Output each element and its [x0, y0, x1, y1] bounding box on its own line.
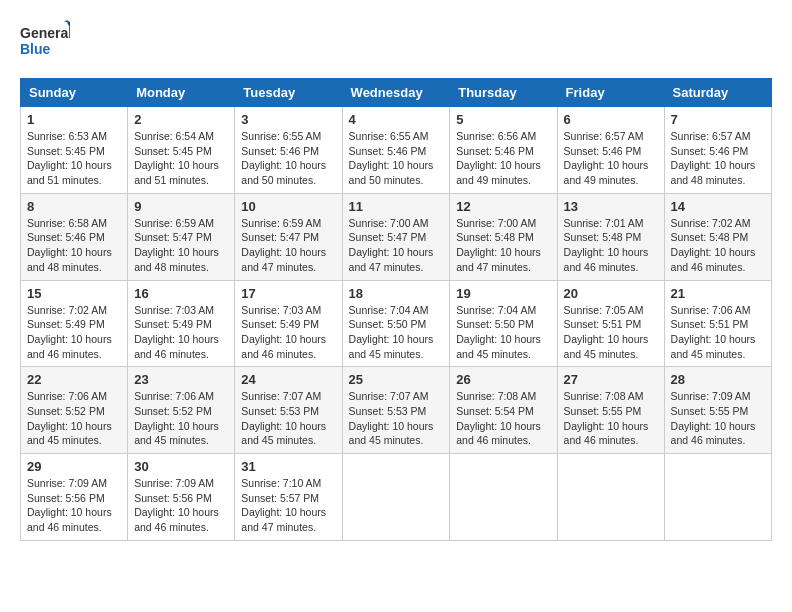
logo: General Blue [20, 20, 70, 62]
day-info: Sunrise: 6:57 AMSunset: 5:46 PMDaylight:… [564, 129, 658, 188]
calendar-day-cell: 28Sunrise: 7:09 AMSunset: 5:55 PMDayligh… [664, 367, 771, 454]
calendar-week-row: 1Sunrise: 6:53 AMSunset: 5:45 PMDaylight… [21, 107, 772, 194]
calendar-day-header: Thursday [450, 79, 557, 107]
day-info: Sunrise: 7:10 AMSunset: 5:57 PMDaylight:… [241, 476, 335, 535]
day-info: Sunrise: 7:08 AMSunset: 5:55 PMDaylight:… [564, 389, 658, 448]
day-info: Sunrise: 6:56 AMSunset: 5:46 PMDaylight:… [456, 129, 550, 188]
calendar-day-cell: 9Sunrise: 6:59 AMSunset: 5:47 PMDaylight… [128, 193, 235, 280]
day-info: Sunrise: 6:54 AMSunset: 5:45 PMDaylight:… [134, 129, 228, 188]
day-number: 6 [564, 112, 658, 127]
day-info: Sunrise: 7:03 AMSunset: 5:49 PMDaylight:… [134, 303, 228, 362]
day-number: 5 [456, 112, 550, 127]
day-number: 27 [564, 372, 658, 387]
day-info: Sunrise: 7:04 AMSunset: 5:50 PMDaylight:… [456, 303, 550, 362]
day-number: 4 [349, 112, 444, 127]
calendar-day-cell: 15Sunrise: 7:02 AMSunset: 5:49 PMDayligh… [21, 280, 128, 367]
calendar-day-cell: 2Sunrise: 6:54 AMSunset: 5:45 PMDaylight… [128, 107, 235, 194]
calendar-day-cell: 23Sunrise: 7:06 AMSunset: 5:52 PMDayligh… [128, 367, 235, 454]
day-number: 7 [671, 112, 765, 127]
calendar-day-cell: 19Sunrise: 7:04 AMSunset: 5:50 PMDayligh… [450, 280, 557, 367]
day-number: 3 [241, 112, 335, 127]
calendar-day-cell [557, 454, 664, 541]
day-info: Sunrise: 7:09 AMSunset: 5:56 PMDaylight:… [27, 476, 121, 535]
day-info: Sunrise: 7:02 AMSunset: 5:48 PMDaylight:… [671, 216, 765, 275]
day-number: 14 [671, 199, 765, 214]
day-number: 25 [349, 372, 444, 387]
day-number: 2 [134, 112, 228, 127]
calendar-day-cell: 14Sunrise: 7:02 AMSunset: 5:48 PMDayligh… [664, 193, 771, 280]
day-number: 12 [456, 199, 550, 214]
calendar-day-header: Monday [128, 79, 235, 107]
calendar-day-cell: 21Sunrise: 7:06 AMSunset: 5:51 PMDayligh… [664, 280, 771, 367]
day-info: Sunrise: 7:00 AMSunset: 5:47 PMDaylight:… [349, 216, 444, 275]
day-number: 8 [27, 199, 121, 214]
calendar-day-cell [664, 454, 771, 541]
calendar-header-row: SundayMondayTuesdayWednesdayThursdayFrid… [21, 79, 772, 107]
calendar-day-cell: 18Sunrise: 7:04 AMSunset: 5:50 PMDayligh… [342, 280, 450, 367]
calendar-day-cell: 7Sunrise: 6:57 AMSunset: 5:46 PMDaylight… [664, 107, 771, 194]
day-info: Sunrise: 7:06 AMSunset: 5:51 PMDaylight:… [671, 303, 765, 362]
day-number: 10 [241, 199, 335, 214]
svg-text:General: General [20, 25, 70, 41]
day-number: 20 [564, 286, 658, 301]
day-info: Sunrise: 7:03 AMSunset: 5:49 PMDaylight:… [241, 303, 335, 362]
calendar-day-header: Friday [557, 79, 664, 107]
calendar-week-row: 15Sunrise: 7:02 AMSunset: 5:49 PMDayligh… [21, 280, 772, 367]
day-info: Sunrise: 6:59 AMSunset: 5:47 PMDaylight:… [134, 216, 228, 275]
page-header: General Blue [20, 20, 772, 62]
calendar-day-cell: 24Sunrise: 7:07 AMSunset: 5:53 PMDayligh… [235, 367, 342, 454]
day-number: 9 [134, 199, 228, 214]
calendar-day-cell: 13Sunrise: 7:01 AMSunset: 5:48 PMDayligh… [557, 193, 664, 280]
calendar-day-cell: 10Sunrise: 6:59 AMSunset: 5:47 PMDayligh… [235, 193, 342, 280]
day-info: Sunrise: 6:57 AMSunset: 5:46 PMDaylight:… [671, 129, 765, 188]
calendar-day-cell: 16Sunrise: 7:03 AMSunset: 5:49 PMDayligh… [128, 280, 235, 367]
day-number: 19 [456, 286, 550, 301]
calendar-day-cell: 11Sunrise: 7:00 AMSunset: 5:47 PMDayligh… [342, 193, 450, 280]
calendar-day-header: Wednesday [342, 79, 450, 107]
calendar-day-cell [342, 454, 450, 541]
calendar-day-cell: 4Sunrise: 6:55 AMSunset: 5:46 PMDaylight… [342, 107, 450, 194]
calendar-day-cell: 8Sunrise: 6:58 AMSunset: 5:46 PMDaylight… [21, 193, 128, 280]
day-number: 28 [671, 372, 765, 387]
calendar-week-row: 29Sunrise: 7:09 AMSunset: 5:56 PMDayligh… [21, 454, 772, 541]
day-info: Sunrise: 6:59 AMSunset: 5:47 PMDaylight:… [241, 216, 335, 275]
calendar-day-cell: 22Sunrise: 7:06 AMSunset: 5:52 PMDayligh… [21, 367, 128, 454]
day-info: Sunrise: 6:53 AMSunset: 5:45 PMDaylight:… [27, 129, 121, 188]
calendar-day-cell: 17Sunrise: 7:03 AMSunset: 5:49 PMDayligh… [235, 280, 342, 367]
day-number: 30 [134, 459, 228, 474]
calendar-day-cell: 6Sunrise: 6:57 AMSunset: 5:46 PMDaylight… [557, 107, 664, 194]
day-info: Sunrise: 7:09 AMSunset: 5:56 PMDaylight:… [134, 476, 228, 535]
day-number: 26 [456, 372, 550, 387]
logo-icon: General Blue [20, 20, 70, 62]
day-info: Sunrise: 7:05 AMSunset: 5:51 PMDaylight:… [564, 303, 658, 362]
day-number: 31 [241, 459, 335, 474]
day-info: Sunrise: 7:07 AMSunset: 5:53 PMDaylight:… [349, 389, 444, 448]
day-info: Sunrise: 7:07 AMSunset: 5:53 PMDaylight:… [241, 389, 335, 448]
day-info: Sunrise: 7:02 AMSunset: 5:49 PMDaylight:… [27, 303, 121, 362]
day-info: Sunrise: 7:06 AMSunset: 5:52 PMDaylight:… [27, 389, 121, 448]
day-number: 16 [134, 286, 228, 301]
day-number: 23 [134, 372, 228, 387]
day-number: 11 [349, 199, 444, 214]
calendar-week-row: 8Sunrise: 6:58 AMSunset: 5:46 PMDaylight… [21, 193, 772, 280]
calendar-day-cell: 30Sunrise: 7:09 AMSunset: 5:56 PMDayligh… [128, 454, 235, 541]
day-info: Sunrise: 6:58 AMSunset: 5:46 PMDaylight:… [27, 216, 121, 275]
day-number: 22 [27, 372, 121, 387]
day-number: 21 [671, 286, 765, 301]
calendar-day-header: Tuesday [235, 79, 342, 107]
day-info: Sunrise: 7:04 AMSunset: 5:50 PMDaylight:… [349, 303, 444, 362]
day-info: Sunrise: 7:01 AMSunset: 5:48 PMDaylight:… [564, 216, 658, 275]
svg-marker-2 [64, 20, 70, 22]
calendar-day-cell: 27Sunrise: 7:08 AMSunset: 5:55 PMDayligh… [557, 367, 664, 454]
calendar-day-cell: 3Sunrise: 6:55 AMSunset: 5:46 PMDaylight… [235, 107, 342, 194]
day-info: Sunrise: 7:08 AMSunset: 5:54 PMDaylight:… [456, 389, 550, 448]
calendar-week-row: 22Sunrise: 7:06 AMSunset: 5:52 PMDayligh… [21, 367, 772, 454]
day-info: Sunrise: 6:55 AMSunset: 5:46 PMDaylight:… [349, 129, 444, 188]
calendar-day-cell: 26Sunrise: 7:08 AMSunset: 5:54 PMDayligh… [450, 367, 557, 454]
day-number: 13 [564, 199, 658, 214]
calendar-day-header: Saturday [664, 79, 771, 107]
calendar-day-cell: 1Sunrise: 6:53 AMSunset: 5:45 PMDaylight… [21, 107, 128, 194]
calendar-table: SundayMondayTuesdayWednesdayThursdayFrid… [20, 78, 772, 541]
calendar-day-cell: 5Sunrise: 6:56 AMSunset: 5:46 PMDaylight… [450, 107, 557, 194]
day-number: 17 [241, 286, 335, 301]
